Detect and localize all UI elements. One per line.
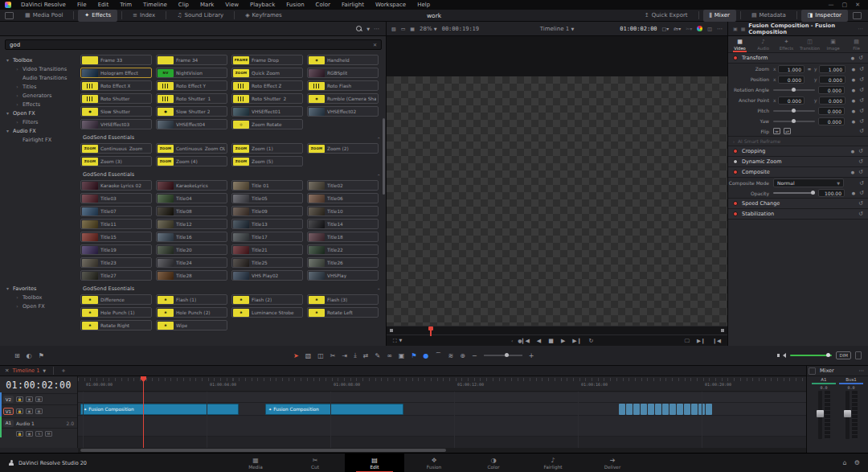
dual-viewer-icon[interactable]: ▭ xyxy=(401,26,406,31)
collapse-section-icon[interactable]: › xyxy=(375,288,380,289)
sidebar-item-toolbox[interactable]: ▾Toolbox xyxy=(0,55,76,64)
menu-item-color[interactable]: Color xyxy=(310,0,336,10)
inspector-options-icon[interactable]: ⋯ xyxy=(858,26,863,32)
anchor-y-field[interactable]: 0.000 xyxy=(819,96,845,105)
snapping-icon[interactable]: ⌒ xyxy=(436,351,442,360)
fader-track[interactable] xyxy=(845,391,850,439)
play-button[interactable]: ▶ xyxy=(561,338,565,344)
clip-segment[interactable] xyxy=(633,404,640,415)
close-button[interactable]: ✕ xyxy=(855,2,860,8)
sidebar-item-open-fx[interactable]: ▾Open FX xyxy=(0,109,76,117)
effect-item[interactable]: VHS Play02 xyxy=(231,270,303,281)
menu-item-fairlight[interactable]: Fairlight xyxy=(336,0,370,10)
effect-item[interactable]: Title20 xyxy=(156,244,227,255)
reset-icon[interactable]: ↺ xyxy=(859,108,864,114)
timeline-tab-close-icon[interactable]: ✕ xyxy=(5,367,9,374)
timeline-zoom-slider[interactable] xyxy=(484,355,522,356)
razor-tool-icon[interactable]: ✂ xyxy=(330,352,336,359)
page-media[interactable]: ▦Media xyxy=(226,454,285,472)
rotation-field[interactable]: 0.000 xyxy=(818,86,845,94)
stabilization-section-header[interactable]: Stabilization ↺ xyxy=(728,209,868,220)
metadata-button[interactable]: ▤Metadata xyxy=(745,10,792,22)
effect-item[interactable]: ZOOMZoom (2) xyxy=(307,143,379,154)
page-fusion[interactable]: ❖Fusion xyxy=(404,454,464,472)
sidebar-item-video-transitions[interactable]: ›Video Transitions xyxy=(0,64,76,73)
reset-icon[interactable]: ↺ xyxy=(859,190,864,196)
effect-item[interactable]: ●Slow Shutter xyxy=(80,106,152,117)
track-a1-badge[interactable]: A1 xyxy=(3,420,14,427)
effect-item[interactable]: Title02 xyxy=(307,180,379,191)
lock-icon[interactable]: 🔒 xyxy=(16,431,23,437)
composite-section-header[interactable]: Composite ● ↺ xyxy=(728,167,868,178)
search-icon[interactable] xyxy=(356,26,362,32)
timeline-clip[interactable]: ✦Fusion Composition xyxy=(265,404,403,415)
menu-item-clip[interactable]: Clip xyxy=(173,0,194,10)
maximize-button[interactable]: ▢ xyxy=(842,2,848,8)
link-clips-icon[interactable]: ∞ xyxy=(387,352,392,359)
effect-item[interactable]: Title08 xyxy=(156,206,227,216)
track-a1-name[interactable]: Audio 1 xyxy=(16,421,35,426)
speaker-icon[interactable] xyxy=(783,353,786,358)
effects-section-header[interactable]: GodSend Essentials› xyxy=(80,283,381,294)
effects-section-header[interactable]: GodSend Essentials› xyxy=(80,132,381,143)
arm-record-icon[interactable]: ▣ xyxy=(26,431,33,437)
loop-button[interactable]: ↻ xyxy=(589,338,594,344)
fixed-playhead-icon[interactable]: ◐ xyxy=(27,352,32,359)
reset-icon[interactable]: ↺ xyxy=(859,118,864,125)
reset-icon[interactable]: ↺ xyxy=(859,128,864,134)
timeline-ruler[interactable]: 01:00:00:0001:00:04:0001:00:08:0001:00:1… xyxy=(78,376,806,392)
reset-icon[interactable]: ↺ xyxy=(859,87,864,93)
effect-item[interactable]: ●Slow Shutter 2 xyxy=(156,106,227,117)
menu-item-playback[interactable]: Playback xyxy=(244,0,280,10)
track-header-v2[interactable]: V2 🔒 ▣ ▦ xyxy=(0,393,77,404)
volume-slider[interactable] xyxy=(790,355,832,356)
viewer-timeline-select[interactable]: Timeline 1 ▼ xyxy=(540,26,575,32)
position-x-field[interactable]: 0.000 xyxy=(778,76,805,84)
tab-transition[interactable]: ◫Transition xyxy=(798,36,821,52)
effect-item[interactable]: Title14 xyxy=(307,219,379,229)
clip-segment[interactable] xyxy=(684,404,690,415)
reset-icon[interactable]: ↺ xyxy=(858,200,863,207)
timeline-tab[interactable]: Timeline 1 xyxy=(12,367,39,374)
effect-item[interactable]: Roto Effect X xyxy=(80,80,152,91)
layout-preset-icon[interactable] xyxy=(853,12,862,19)
effect-item[interactable]: ✺Hole Punch (1) xyxy=(80,307,152,318)
effect-item[interactable]: Title12 xyxy=(156,219,227,229)
effect-item[interactable]: Hologram Effect xyxy=(80,68,152,78)
track-lane-v1[interactable]: ✦Fusion Composition✦Fusion Composition xyxy=(78,403,806,416)
lock-icon[interactable]: 🔒 xyxy=(16,408,23,414)
scroll-audio-icon[interactable]: ≋ xyxy=(448,352,454,359)
clip-segment[interactable] xyxy=(691,404,698,415)
anchor-x-field[interactable]: 0.000 xyxy=(778,96,805,105)
track-header-a1[interactable]: A1 Audio 1 2.0 xyxy=(0,417,77,428)
clip-segment[interactable] xyxy=(641,404,647,415)
effect-item[interactable]: Title23 xyxy=(80,257,152,268)
sidebar-item-filters[interactable]: ›Filters xyxy=(0,117,76,126)
effect-item[interactable]: ✺Difference xyxy=(80,294,152,305)
menu-item-trim[interactable]: Trim xyxy=(114,0,137,10)
timeline-clip[interactable]: ✦Fusion Composition xyxy=(80,404,239,415)
mute-button[interactable]: M xyxy=(45,431,52,437)
zoom-out-icon[interactable]: − xyxy=(472,352,477,359)
tab-file[interactable]: ▤File xyxy=(845,36,868,52)
page-color[interactable]: ◑Color xyxy=(464,454,523,472)
menu-item-view[interactable]: View xyxy=(219,0,244,10)
reset-icon[interactable]: ↺ xyxy=(859,180,864,187)
yaw-slider[interactable] xyxy=(773,121,815,122)
clip-segment[interactable] xyxy=(648,404,654,415)
collapse-section-icon[interactable]: › xyxy=(375,174,380,175)
tab-audio[interactable]: ♪Audio xyxy=(751,36,775,52)
track-v2-badge[interactable]: V2 xyxy=(3,396,14,403)
dynamic-zoom-toggle[interactable] xyxy=(733,159,738,164)
sidebar-item-audio-transitions[interactable]: Audio Transitions xyxy=(0,73,76,82)
effect-item[interactable]: Title21 xyxy=(231,244,303,255)
menu-item-timeline[interactable]: Timeline xyxy=(137,0,173,10)
effect-item[interactable]: VHSEffect03 xyxy=(80,119,152,129)
effect-item[interactable]: Frame 33 xyxy=(80,55,152,65)
reset-icon[interactable]: ↺ xyxy=(858,211,863,217)
zoom-y-field[interactable]: 1.000 xyxy=(819,65,845,73)
pitch-field[interactable]: 0.000 xyxy=(818,107,845,115)
effect-item[interactable]: Title16 xyxy=(156,232,227,242)
transform-section-header[interactable]: Transform ● ↺ xyxy=(728,53,868,64)
composite-toggle[interactable] xyxy=(733,170,738,174)
